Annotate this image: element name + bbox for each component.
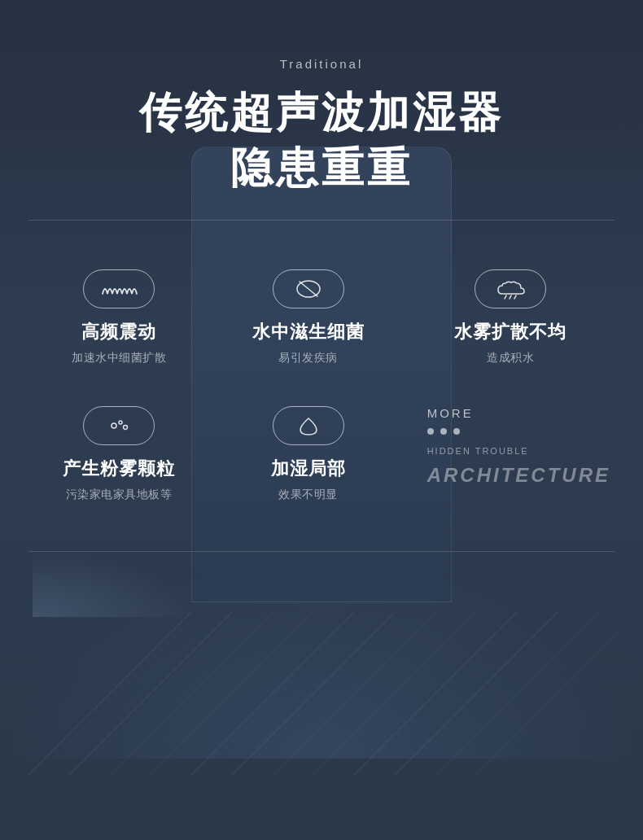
water-drop-icon [288, 414, 329, 437]
features-section: 高频震动 加速水中细菌扩散 水中滋生细菌 易引发疾病 [0, 221, 643, 535]
high-frequency-icon-wrapper [83, 269, 155, 308]
svg-line-16 [510, 295, 511, 299]
main-title: 传统超声波加湿器 隐患重重 [0, 85, 643, 195]
bacteria-icon [288, 278, 329, 300]
feature-item-bacteria: 水中滋生细菌 易引发疾病 [221, 269, 394, 365]
hidden-trouble-label: HIDDEN TROUBLE [427, 446, 529, 456]
more-label: MORE [427, 406, 474, 420]
particles-icon-wrapper [83, 406, 155, 445]
architecture-label: ARCHITECTURE [427, 464, 610, 487]
feature-desc-local: 效果不明显 [278, 488, 338, 502]
main-title-line2: 隐患重重 [0, 141, 643, 196]
more-dots [427, 428, 460, 435]
feature-desc-mist-spread: 造成积水 [487, 351, 534, 365]
feature-item-more: MORE HIDDEN TROUBLE ARCHITECTURE [411, 406, 610, 502]
bg-lines-decoration [24, 612, 619, 775]
wave-icon [98, 278, 139, 300]
drop-icon-wrapper [273, 406, 344, 445]
svg-line-9 [395, 612, 558, 775]
svg-line-5 [232, 612, 395, 775]
feature-desc-bacteria: 易引发疾病 [278, 351, 338, 365]
feature-desc-high-frequency: 加速水中细菌扩散 [72, 351, 166, 365]
dot-2 [440, 428, 447, 435]
svg-line-2 [110, 612, 273, 775]
page-wrapper: Traditional 传统超声波加湿器 隐患重重 [0, 0, 643, 840]
svg-point-19 [119, 421, 122, 424]
mist-icon-wrapper [475, 269, 546, 308]
svg-line-11 [476, 612, 619, 775]
svg-line-17 [514, 295, 516, 299]
svg-line-3 [151, 612, 313, 775]
feature-title-local: 加湿局部 [271, 457, 346, 481]
bottom-shadow [33, 552, 195, 617]
traditional-label: Traditional [0, 57, 643, 71]
particles-icon [98, 414, 139, 437]
main-content: Traditional 传统超声波加湿器 隐患重重 [0, 0, 643, 617]
features-grid: 高频震动 加速水中细菌扩散 水中滋生细菌 易引发疾病 [33, 269, 610, 502]
feature-item-local: 加湿局部 效果不明显 [221, 406, 394, 502]
svg-line-10 [435, 612, 598, 775]
dot-3 [453, 428, 460, 435]
feature-title-high-frequency: 高频震动 [81, 320, 156, 344]
svg-point-20 [124, 426, 128, 430]
dot-1 [427, 428, 434, 435]
main-title-line1: 传统超声波加湿器 [0, 85, 643, 141]
feature-item-high-frequency: 高频震动 加速水中细菌扩散 [33, 269, 205, 365]
svg-line-8 [354, 612, 517, 775]
bacteria-icon-wrapper [273, 269, 344, 308]
svg-line-14 [300, 282, 317, 296]
svg-line-1 [69, 612, 232, 775]
feature-title-particles: 产生粉雾颗粒 [63, 457, 175, 481]
svg-line-0 [28, 612, 191, 775]
svg-line-4 [191, 612, 354, 775]
feature-title-mist-spread: 水雾扩散不均 [454, 320, 566, 344]
feature-item-mist-spread: 水雾扩散不均 造成积水 [411, 269, 610, 365]
mist-cloud-icon [490, 278, 531, 300]
feature-title-bacteria: 水中滋生细菌 [252, 320, 365, 344]
svg-line-7 [313, 612, 476, 775]
bottom-decoration [0, 552, 643, 617]
svg-line-15 [505, 295, 506, 299]
svg-line-6 [273, 612, 435, 775]
svg-point-18 [112, 423, 116, 428]
feature-desc-particles: 污染家电家具地板等 [66, 488, 173, 502]
header-section: Traditional 传统超声波加湿器 隐患重重 [0, 0, 643, 220]
feature-item-particles: 产生粉雾颗粒 污染家电家具地板等 [33, 406, 205, 502]
